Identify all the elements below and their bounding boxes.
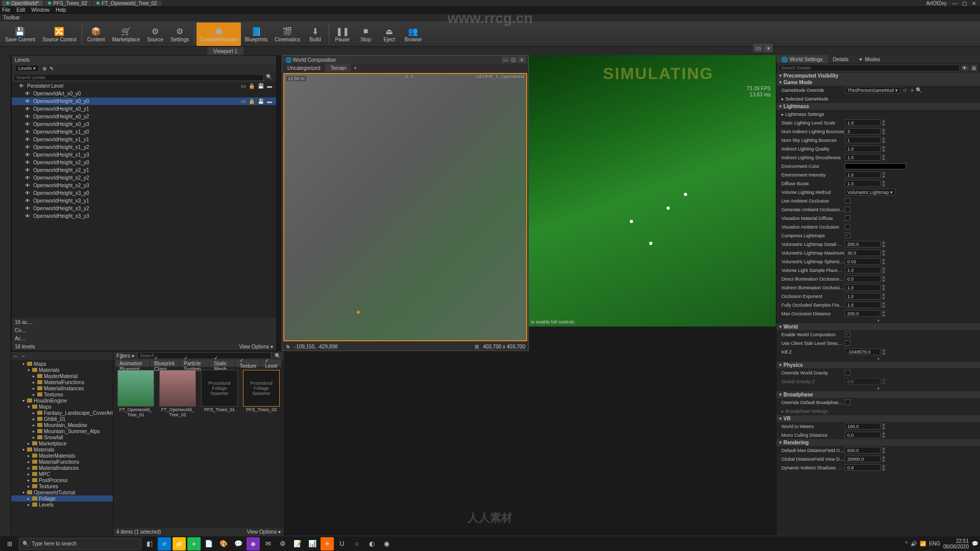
add-icon[interactable]: ＋ — [910, 87, 915, 94]
expand-arrow-icon[interactable]: ▾ — [776, 356, 980, 362]
matrix-icon[interactable]: ⊞ — [970, 64, 978, 71]
wc-add-layer-icon[interactable]: ＋ — [351, 64, 359, 71]
folder-tree[interactable]: ▾Maps▾Materials▸MasterMaterial▸MaterialF… — [11, 360, 113, 536]
asset-pfs_trees_02[interactable]: Procedural Foliage SpawnerPFS_Trees_02 — [242, 370, 281, 413]
category-vr[interactable]: ▾VR — [776, 415, 980, 422]
value-input[interactable]: 1.0 — [845, 293, 880, 299]
value-input[interactable]: 1.0 — [845, 171, 880, 178]
folder-fantasy-landscape-coverart[interactable]: ▸Fantasy_Landscape_CoverArt — [11, 410, 113, 416]
taskbar-app-4[interactable]: 📄 — [202, 537, 215, 550]
value-input[interactable]: 1.0 — [845, 154, 880, 161]
level-row[interactable]: 👁OpenworldHeight_x1_y3 — [12, 151, 276, 159]
value-input[interactable]: 100.0 — [845, 423, 880, 430]
category-game-mode[interactable]: ▾Game Mode — [776, 79, 980, 86]
level-row[interactable]: 👁OpenworldHeight_x3_y1 — [12, 197, 276, 205]
value-input[interactable]: 1.0 — [845, 284, 880, 291]
taskbar-app-3[interactable]: ● — [187, 537, 201, 550]
value-input[interactable]: 0.0 — [845, 432, 880, 438]
toolbar-save-current[interactable]: 💾Save Current — [2, 22, 38, 46]
color-swatch[interactable] — [845, 163, 906, 169]
toolbar-cinematics[interactable]: 🎬Cinematics — [272, 22, 303, 46]
start-button[interactable]: ⊞ — [2, 537, 17, 550]
asset-ft_openworld_tree_01[interactable]: FT_Openworld_Tree_01 — [116, 370, 155, 418]
value-input[interactable]: 0.0 — [845, 378, 880, 385]
cb-back-icon[interactable]: ← — [13, 353, 18, 359]
level-row[interactable]: 👁OpenworldHeight_x2_y3 — [12, 182, 276, 189]
value-input[interactable]: 1.0 — [845, 267, 880, 273]
toolbar-source[interactable]: ⚙Source — [144, 22, 166, 46]
folder-materialinstances[interactable]: ▸MaterialInstances — [11, 465, 113, 471]
level-row[interactable]: 👁OpenworldHeight_x2_y1 — [12, 166, 276, 174]
toolbar-source-control[interactable]: 🔀Source Control — [39, 22, 80, 46]
folder-textures[interactable]: ▸Textures — [11, 391, 113, 397]
value-input[interactable]: 1 — [845, 137, 880, 143]
taskbar-search[interactable]: 🔍 Type here to search — [19, 538, 141, 550]
maximize-icon[interactable]: ▢ — [960, 1, 968, 6]
level-row[interactable]: 👁OpenworldHeight_x3_y2 — [12, 205, 276, 212]
wc-maximize-icon[interactable]: ▢ — [510, 57, 517, 63]
folder-mpc[interactable]: ▸MPC — [11, 471, 113, 477]
value-input[interactable]: 0.5 — [845, 276, 880, 282]
eye-icon[interactable]: 👁 — [25, 98, 31, 104]
taskbar-app-9[interactable]: ⚙ — [276, 537, 289, 550]
folder-materials[interactable]: ▾Materials — [11, 446, 113, 453]
taskbar-clock[interactable]: 22:5106/06/2020 — [943, 538, 969, 549]
value-checkbox[interactable] — [845, 207, 850, 212]
level-row[interactable]: 👁OpenworldHeight_x2_y0 — [12, 159, 276, 166]
eye-icon[interactable]: 👁 — [25, 167, 31, 173]
folder-marketplace[interactable]: ▸Marketplace — [11, 440, 113, 446]
folder-materialfunctions[interactable]: ▸MaterialFunctions — [11, 459, 113, 465]
value-checkbox[interactable] — [845, 340, 850, 346]
menu-edit[interactable]: Edit — [16, 7, 25, 13]
level-row[interactable]: 👁OpenworldHeight_x0_y1 — [12, 105, 276, 113]
wc-tab-uncategorized[interactable]: Uncategorized — [282, 64, 325, 72]
toolbar-stop[interactable]: ■Stop — [355, 22, 377, 46]
titlebar-tab-1[interactable]: PFS_Trees_02 — [44, 1, 91, 6]
asset-ft_openworld_tree_02[interactable]: FT_Openworld_Tree_02 — [158, 370, 197, 418]
value-checkbox[interactable] — [845, 224, 850, 230]
category-lightmass[interactable]: ▾Lightmass — [776, 103, 980, 110]
levels-list[interactable]: 👁Persistent Level▭🔒💾▬👁OpenworldArt_x0_y0… — [12, 82, 276, 318]
tab-modes[interactable]: ✦ Modes — [853, 55, 885, 63]
toolbar-browse[interactable]: 👥Browse — [402, 22, 425, 46]
levels-search-input[interactable] — [14, 74, 264, 81]
eye-icon[interactable]: 👁 — [25, 152, 31, 158]
taskbar-app-2[interactable]: 📁 — [173, 537, 186, 550]
toolbar-pause[interactable]: ❚❚Pause — [331, 22, 354, 46]
value-checkbox[interactable] — [845, 215, 850, 221]
folder-maps[interactable]: ▾Maps — [11, 361, 113, 367]
eye-icon[interactable]: 👁 — [25, 175, 31, 181]
levels-view-options[interactable]: View Options ▾ — [239, 344, 273, 349]
taskbar-app-7[interactable]: ◆ — [247, 537, 260, 550]
value-input[interactable]: 200.0 — [845, 310, 880, 317]
toolbar-blueprints[interactable]: 📘Blueprints — [242, 22, 271, 46]
folder-postprocess[interactable]: ▸PostProcess — [11, 477, 113, 483]
folder-maps[interactable]: ▾Maps — [11, 404, 113, 410]
value-input[interactable]: 1.0 — [845, 180, 880, 187]
eye-icon[interactable]: 👁 — [25, 213, 31, 219]
value-checkbox[interactable] — [845, 399, 850, 405]
wc-tab-terrain[interactable]: Terrain — [325, 64, 351, 72]
value-checkbox[interactable] — [845, 332, 850, 337]
expand-arrow-icon[interactable]: ▾ — [776, 386, 980, 391]
search-icon[interactable]: 🔍 — [264, 74, 274, 81]
dock-tab-viewport[interactable]: Viewport 1 — [207, 47, 243, 55]
level-lock-icon[interactable]: 🔒 — [249, 98, 255, 104]
value-input[interactable]: 3 — [845, 128, 880, 135]
value-input[interactable]: 30.0 — [845, 249, 880, 256]
toolbar-content[interactable]: 📦Content — [84, 22, 108, 46]
tray-expand-icon[interactable]: ^ — [905, 541, 908, 546]
folder-mountain-meadow[interactable]: ▸Mountain_Meadow — [11, 422, 113, 428]
level-save-icon[interactable]: 💾 — [258, 98, 264, 104]
taskbar-app-8[interactable]: ✉ — [261, 537, 275, 550]
asset-grid[interactable]: FT_Openworld_Tree_01FT_Openworld_Tree_02… — [113, 367, 284, 528]
asset-pfs_trees_01[interactable]: Procedural Foliage SpawnerPFS_Trees_01 — [200, 370, 239, 413]
level-row[interactable]: 👁OpenworldArt_x0_y0 — [12, 90, 276, 97]
value-select[interactable]: ThirdPersonGameMod ▾ — [845, 87, 900, 93]
main-viewport[interactable]: ▭ ▾ SIMULATING 73.39 FPS13.63 ms to enab… — [529, 55, 776, 327]
taskbar-app-14[interactable]: ○ — [350, 537, 363, 550]
tab-world-settings[interactable]: 🌐 World Settings — [776, 55, 828, 63]
eye-icon[interactable]: 👁 — [25, 160, 31, 165]
taskbar-app-1[interactable]: e — [158, 537, 171, 550]
eye-icon[interactable]: 👁 — [25, 206, 31, 211]
